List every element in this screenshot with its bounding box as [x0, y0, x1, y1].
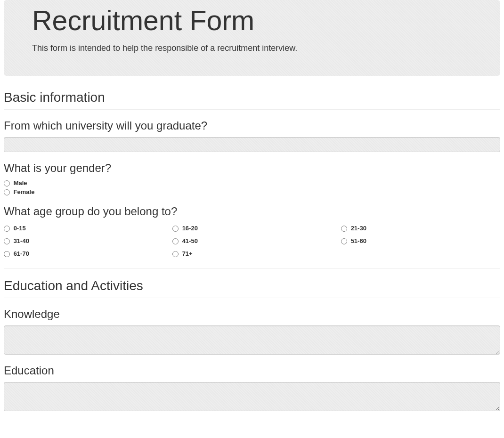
- gender-radio-female-label: Female: [14, 188, 35, 195]
- age-group-radio-grid: 0-15 16-20 21-30 31-40 41-50 51-60 61-70: [4, 223, 500, 259]
- age-radio-16-20-input[interactable]: [172, 226, 179, 232]
- age-radio-41-50-label: 41-50: [182, 237, 198, 244]
- age-radio-51-60-input[interactable]: [341, 238, 347, 244]
- gender-radio-male-label: Male: [14, 179, 27, 187]
- page-subtitle: This form is intended to help the respon…: [32, 43, 472, 53]
- age-radio-41-50[interactable]: 41-50: [172, 237, 332, 244]
- age-radio-16-20[interactable]: 16-20: [172, 225, 332, 232]
- question-age-group: What age group do you belong to?: [4, 205, 500, 218]
- age-radio-16-20-label: 16-20: [182, 225, 198, 232]
- age-radio-61-70[interactable]: 61-70: [4, 250, 163, 257]
- age-radio-21-30[interactable]: 21-30: [341, 225, 500, 232]
- knowledge-textarea[interactable]: [4, 325, 500, 355]
- age-radio-71-plus-input[interactable]: [172, 251, 179, 257]
- age-radio-71-plus[interactable]: 71+: [172, 250, 332, 257]
- section-heading-education-activities: Education and Activities: [4, 278, 500, 298]
- age-radio-31-40[interactable]: 31-40: [4, 237, 163, 244]
- university-input[interactable]: [4, 137, 500, 152]
- education-textarea[interactable]: [4, 382, 500, 411]
- divider: [4, 268, 500, 269]
- age-radio-41-50-input[interactable]: [172, 238, 179, 244]
- gender-radio-female-input[interactable]: [4, 189, 10, 195]
- question-education: Education: [4, 364, 500, 377]
- age-radio-0-15-input[interactable]: [4, 226, 10, 232]
- age-radio-21-30-input[interactable]: [341, 226, 347, 232]
- age-radio-31-40-label: 31-40: [14, 237, 29, 244]
- page-title: Recruitment Form: [32, 0, 472, 37]
- recruitment-form-page: Recruitment Form This form is intended t…: [0, 0, 504, 438]
- age-radio-51-60[interactable]: 51-60: [341, 237, 500, 244]
- question-gender: What is your gender?: [4, 162, 500, 175]
- form-header-banner: Recruitment Form This form is intended t…: [4, 0, 500, 76]
- section-heading-basic-information: Basic information: [4, 90, 500, 110]
- age-radio-31-40-input[interactable]: [4, 238, 10, 244]
- age-radio-21-30-label: 21-30: [351, 225, 366, 232]
- age-radio-0-15-label: 0-15: [14, 225, 26, 232]
- age-radio-61-70-input[interactable]: [4, 251, 10, 257]
- question-university: From which university will you graduate?: [4, 119, 500, 132]
- gender-radio-male[interactable]: Male: [4, 179, 500, 187]
- gender-radio-female[interactable]: Female: [4, 188, 500, 195]
- age-radio-71-plus-label: 71+: [182, 250, 193, 257]
- gender-radio-group: Male Female: [4, 179, 500, 195]
- question-knowledge: Knowledge: [4, 308, 500, 321]
- age-radio-51-60-label: 51-60: [351, 237, 366, 244]
- age-radio-61-70-label: 61-70: [14, 250, 29, 257]
- gender-radio-male-input[interactable]: [4, 180, 10, 187]
- age-radio-0-15[interactable]: 0-15: [4, 225, 163, 232]
